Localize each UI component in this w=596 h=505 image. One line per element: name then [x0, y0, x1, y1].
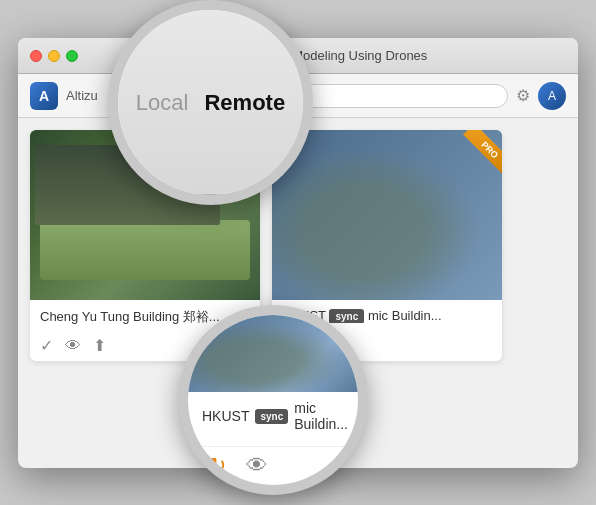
mag-eye-icon[interactable]: 👁: [246, 453, 268, 479]
check-icon[interactable]: ✓: [40, 336, 53, 355]
magnifier-top: Local Remote: [108, 0, 313, 205]
minimize-button[interactable]: [48, 50, 60, 62]
mag-card-actions-row: ↻ 👁: [188, 446, 358, 485]
mag-card-image: [188, 315, 358, 392]
mag-card-title-row: HKUST sync mic Buildin...: [188, 392, 358, 440]
mag-tab-local: Local: [136, 90, 189, 116]
mag-card-title-suffix: mic Buildin...: [294, 400, 348, 432]
maximize-button[interactable]: [66, 50, 78, 62]
mag-card-title: HKUST: [202, 408, 249, 424]
eye-icon-1[interactable]: 👁: [65, 337, 81, 355]
share-icon-1[interactable]: ⬆: [93, 336, 106, 355]
pro-badge-2: PRO: [464, 130, 502, 177]
mag-sync-icon[interactable]: ↻: [208, 453, 226, 479]
gear-icon[interactable]: ⚙: [516, 86, 530, 105]
traffic-lights: [30, 50, 78, 62]
mag-tabs-row: Local Remote: [136, 90, 285, 116]
close-button[interactable]: [30, 50, 42, 62]
app-icon: A: [30, 82, 58, 110]
app-name-label: Altizu: [66, 88, 98, 103]
magnifier-bottom: HKUST sync mic Buildin... ↻ 👁: [178, 305, 368, 495]
toolbar-actions: ⚙ A: [516, 82, 566, 110]
card-2-image: PRO: [272, 130, 502, 300]
magnifier-bottom-inner: HKUST sync mic Buildin... ↻ 👁: [188, 315, 358, 485]
mag-sync-badge[interactable]: sync: [255, 409, 288, 424]
magnifier-top-inner: Local Remote: [118, 10, 303, 195]
mag-tab-remote: Remote: [204, 90, 285, 116]
profile-icon[interactable]: A: [538, 82, 566, 110]
app-container: Altizure Desktop and Modeling Using Dron…: [0, 0, 596, 505]
